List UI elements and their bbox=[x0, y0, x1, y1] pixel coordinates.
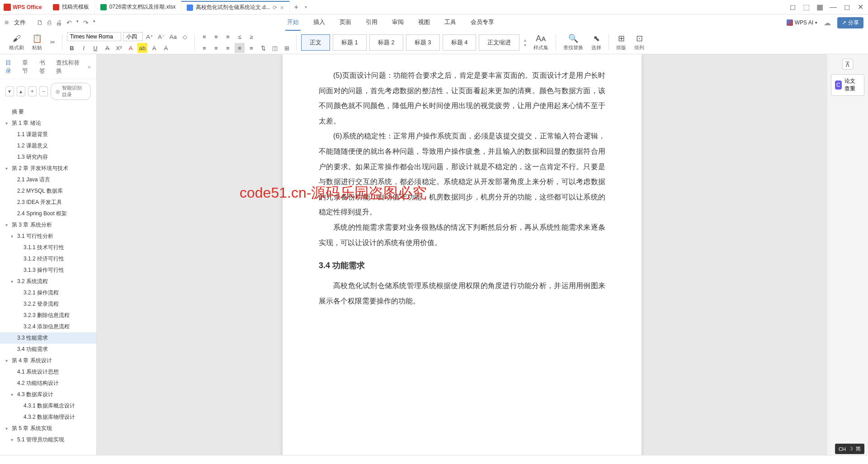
file-menu[interactable]: 文件 bbox=[14, 19, 26, 27]
decrease-font-icon[interactable]: A⁻ bbox=[156, 32, 166, 42]
document-content[interactable]: (5)页面设计问题：功能符合要求之后，肯定是要丰富页面的。页面设计才是用户长时间… bbox=[319, 68, 605, 308]
ime-indicator[interactable]: CH ☽ 简 bbox=[835, 444, 864, 454]
expand-button[interactable]: ▴ bbox=[17, 86, 25, 96]
outline-item[interactable]: ▾第 5 章 系统实现 bbox=[0, 423, 96, 434]
close-icon[interactable]: × bbox=[280, 4, 283, 11]
outline-item[interactable]: 1.2 课题意义 bbox=[0, 140, 96, 152]
chevron-down-icon[interactable]: ▾ bbox=[5, 166, 10, 171]
align-justify-icon[interactable]: ≡ bbox=[235, 43, 245, 53]
outline-item[interactable]: ▾第 4 章 系统设计 bbox=[0, 355, 96, 366]
italic-button[interactable]: I bbox=[79, 43, 89, 53]
style-h1[interactable]: 标题 1 bbox=[333, 34, 367, 51]
align-right-icon[interactable]: ≡ bbox=[223, 43, 233, 53]
size-select[interactable] bbox=[123, 32, 143, 41]
multilevel-list-icon[interactable]: ≡ bbox=[223, 32, 233, 42]
outline-item[interactable]: 1.1 课题背景 bbox=[0, 129, 96, 140]
redo-icon[interactable]: ↷ bbox=[83, 19, 89, 26]
outline-item[interactable]: 摘 要 bbox=[0, 106, 96, 118]
maximize-button[interactable]: ◻ bbox=[843, 3, 851, 11]
menu-tab-member[interactable]: 会员专享 bbox=[469, 14, 496, 31]
sidebar-tab-chapter[interactable]: 章节 bbox=[22, 59, 32, 75]
outline-item[interactable]: 4.2 功能结构设计 bbox=[0, 378, 96, 389]
tab-xlsx[interactable]: 0726需求文档以及排期.xlsx bbox=[95, 1, 182, 13]
document-area[interactable]: (5)页面设计问题：功能符合要求之后，肯定是要丰富页面的。页面设计才是用户长时间… bbox=[97, 54, 827, 455]
chevron-down-icon[interactable]: ▾ bbox=[11, 234, 15, 239]
find-group[interactable]: 🔍 查找替换 bbox=[561, 33, 586, 51]
chevron-down-icon[interactable]: ▾ bbox=[11, 279, 15, 284]
paragraph[interactable]: (5)页面设计问题：功能符合要求之后，肯定是要丰富页面的。页面设计才是用户长时间… bbox=[319, 68, 605, 128]
outline-item[interactable]: 3.3 性能需求 bbox=[0, 332, 96, 344]
redo-dropdown-icon[interactable]: ▾ bbox=[93, 19, 95, 26]
save-icon[interactable]: 🗋 bbox=[37, 19, 43, 26]
cloud-icon[interactable]: ☁ bbox=[824, 19, 831, 27]
menu-tab-view[interactable]: 视图 bbox=[416, 14, 432, 31]
underline-button[interactable]: U bbox=[90, 43, 100, 53]
outline-item[interactable]: ▾第 1 章 绪论 bbox=[0, 118, 96, 129]
outline-item[interactable]: 4.3.1 数据库概念设计 bbox=[0, 400, 96, 412]
outline-item[interactable]: 3.1.2 经济可行性 bbox=[0, 253, 96, 265]
menu-tab-insert[interactable]: 插入 bbox=[311, 14, 327, 31]
distribute-icon[interactable]: ≡ bbox=[246, 43, 256, 53]
chevron-down-icon[interactable]: ▾ bbox=[11, 392, 15, 397]
undo-dropdown-icon[interactable]: ▾ bbox=[76, 19, 79, 26]
sort-group[interactable]: ⊞ 排版 bbox=[613, 33, 629, 51]
menu-tab-page[interactable]: 页面 bbox=[338, 14, 353, 31]
change-case-icon[interactable]: Aa bbox=[168, 32, 178, 42]
highlight-button[interactable]: ab bbox=[137, 43, 147, 53]
bold-button[interactable]: B bbox=[67, 43, 77, 53]
outline-item[interactable]: 1.3 研究内容 bbox=[0, 152, 96, 163]
style-h3[interactable]: 标题 3 bbox=[406, 34, 440, 51]
outline-item[interactable]: 2.3 IDEA 开发工具 bbox=[0, 197, 96, 208]
arrange-group[interactable]: ⊡ 排列 bbox=[632, 33, 647, 51]
clear-format-icon[interactable]: ◇ bbox=[180, 32, 190, 42]
share-button[interactable]: ↗ 分享 bbox=[837, 17, 863, 28]
chevron-down-icon[interactable]: ▾ bbox=[5, 223, 10, 227]
add-tab-button[interactable]: + bbox=[290, 3, 303, 11]
cube-icon[interactable]: ⬚ bbox=[802, 3, 810, 11]
bullet-list-icon[interactable]: ≡ bbox=[199, 32, 209, 42]
text-color-button[interactable]: A bbox=[149, 43, 159, 53]
outline-item[interactable]: 3.4 功能需求 bbox=[0, 344, 96, 355]
paragraph[interactable]: 系统的性能需求需要对业务很熟练的情况下判断然后分析，再从系统性能需求来逐条实现，… bbox=[319, 220, 605, 250]
menu-tab-review[interactable]: 审阅 bbox=[390, 14, 406, 31]
sidebar-tab-find[interactable]: 查找和替换 bbox=[56, 59, 80, 75]
increase-indent-icon[interactable]: ≥ bbox=[246, 32, 256, 42]
styles-group[interactable]: Aᴀ 样式集 bbox=[531, 33, 551, 51]
outline-item[interactable]: 4.1 系统设计思想 bbox=[0, 366, 96, 378]
tab-doc-active[interactable]: 高校危化试剂仓储系统论文.d... ⟳ × bbox=[181, 1, 289, 13]
shading-icon[interactable]: ◫ bbox=[270, 43, 280, 53]
outline-item[interactable]: 4.3.2 数据库物理设计 bbox=[0, 412, 96, 423]
apps-icon[interactable]: ▦ bbox=[816, 3, 824, 11]
style-h4[interactable]: 标题 4 bbox=[443, 34, 476, 51]
outline-item[interactable]: ▾4.3 数据库设计 bbox=[0, 389, 96, 400]
outline-item[interactable]: 3.2.3 删除信息流程 bbox=[0, 310, 96, 321]
window-icon[interactable]: ◻ bbox=[788, 3, 797, 11]
plagiarism-check-button[interactable]: C 论文查重 bbox=[831, 74, 864, 96]
sidebar-tab-bookmark[interactable]: 书签 bbox=[39, 59, 49, 75]
increase-font-icon[interactable]: A⁺ bbox=[145, 32, 155, 42]
outline-item[interactable]: 3.1.1 技术可行性 bbox=[0, 242, 96, 253]
minimize-button[interactable]: — bbox=[829, 3, 837, 11]
outline-item[interactable]: 3.2.2 登录流程 bbox=[0, 298, 96, 310]
add-button[interactable]: + bbox=[28, 86, 37, 96]
close-icon[interactable]: × bbox=[87, 64, 91, 71]
outline-item[interactable]: 2.4 Spring Boot 框架 bbox=[0, 208, 96, 219]
superscript-button[interactable]: X² bbox=[114, 43, 124, 53]
outline-item[interactable]: 3.1.3 操作可行性 bbox=[0, 265, 96, 276]
number-list-icon[interactable]: ≡ bbox=[211, 32, 221, 42]
sidebar-tab-toc[interactable]: 目录 bbox=[5, 59, 15, 75]
close-button[interactable]: ✕ bbox=[856, 3, 864, 11]
strike-button[interactable]: A̶ bbox=[102, 43, 112, 53]
chevron-down-icon[interactable]: ▾ bbox=[11, 437, 15, 442]
align-center-icon[interactable]: ≡ bbox=[211, 43, 221, 53]
chevron-down-icon[interactable]: ▾ bbox=[5, 121, 10, 126]
undo-icon[interactable]: ↶ bbox=[66, 19, 72, 26]
chevron-down-icon[interactable]: ▾ bbox=[5, 426, 10, 431]
outline-item[interactable]: 2.1 Java 语言 bbox=[0, 174, 96, 185]
font-color-button[interactable]: A bbox=[126, 43, 136, 53]
line-spacing-icon[interactable]: ⇅ bbox=[258, 43, 268, 53]
menu-tab-start[interactable]: 开始 bbox=[285, 14, 301, 31]
select-group[interactable]: ⬉ 选择 bbox=[589, 33, 604, 51]
menu-tab-tools[interactable]: 工具 bbox=[443, 14, 458, 31]
paste-group[interactable]: 📋 粘贴 bbox=[29, 33, 45, 51]
